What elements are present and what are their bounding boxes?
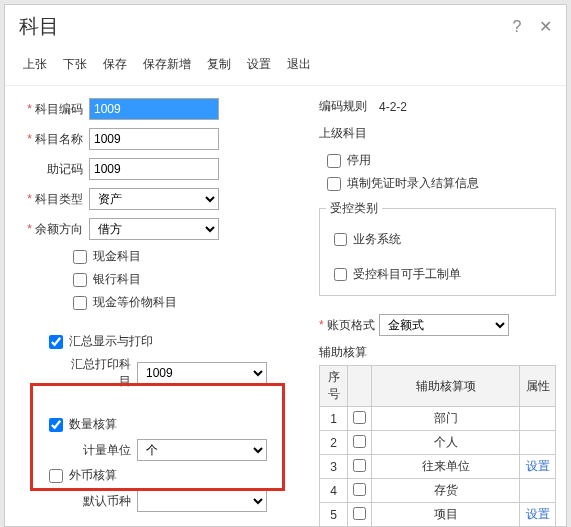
mnemonic-label: 助记码	[19, 161, 89, 178]
summary-subj-label: 汇总打印科目	[63, 356, 137, 390]
name-label: 科目名称	[19, 131, 89, 148]
qty-checkbox[interactable]	[49, 418, 63, 432]
balance-select[interactable]: 借方	[89, 218, 219, 240]
rule-value: 4-2-2	[379, 100, 407, 114]
aux-col-chk	[348, 366, 372, 407]
aux-title: 辅助核算	[319, 344, 556, 361]
disable-label: 停用	[347, 152, 371, 169]
summary-print-checkbox[interactable]	[49, 335, 63, 349]
qty-label: 数量核算	[69, 416, 117, 433]
summary-subj-select[interactable]: 1009	[137, 362, 267, 384]
aux-attr-link[interactable]: 设置	[520, 455, 556, 479]
voucher-info-label: 填制凭证时录入结算信息	[347, 175, 479, 192]
code-input[interactable]	[89, 98, 219, 120]
mnemonic-input[interactable]	[89, 158, 219, 180]
parent-label: 上级科目	[319, 125, 379, 142]
type-select[interactable]: 资产	[89, 188, 219, 210]
aux-item: 个人	[372, 431, 520, 455]
aux-seq: 1	[320, 407, 348, 431]
table-row: 5项目设置	[320, 503, 556, 527]
exit-button[interactable]: 退出	[287, 56, 311, 73]
aux-col-item: 辅助核算项	[372, 366, 520, 407]
unit-select[interactable]: 个	[137, 439, 267, 461]
controlled-legend: 受控类别	[326, 200, 382, 217]
type-label: 科目类型	[19, 191, 89, 208]
table-row: 2个人	[320, 431, 556, 455]
aux-row-checkbox[interactable]	[353, 483, 366, 496]
foreign-checkbox[interactable]	[49, 469, 63, 483]
aux-item: 往来单位	[372, 455, 520, 479]
voucher-info-checkbox[interactable]	[327, 177, 341, 191]
table-row: 3往来单位设置	[320, 455, 556, 479]
page-fmt-select[interactable]: 金额式	[379, 314, 509, 336]
code-label: 科目编码	[19, 101, 89, 118]
close-icon[interactable]: ✕	[536, 18, 554, 36]
cash-label: 现金科目	[93, 248, 141, 265]
next-button[interactable]: 下张	[63, 56, 87, 73]
aux-row-checkbox[interactable]	[353, 435, 366, 448]
controlled-fieldset: 受控类别 业务系统 受控科目可手工制单	[319, 200, 556, 296]
aux-row-checkbox[interactable]	[353, 507, 366, 520]
aux-attr	[520, 479, 556, 503]
bank-checkbox[interactable]	[73, 273, 87, 287]
table-row: 1部门	[320, 407, 556, 431]
name-input[interactable]	[89, 128, 219, 150]
aux-row-checkbox[interactable]	[353, 459, 366, 472]
manual-voucher-checkbox[interactable]	[334, 268, 347, 281]
aux-seq: 4	[320, 479, 348, 503]
aux-col-seq: 序号	[320, 366, 348, 407]
rule-label: 编码规则	[319, 98, 379, 115]
equiv-label: 现金等价物科目	[93, 294, 177, 311]
manual-voucher-label: 受控科目可手工制单	[353, 266, 461, 283]
foreign-label: 外币核算	[69, 467, 117, 484]
aux-seq: 3	[320, 455, 348, 479]
aux-attr	[520, 431, 556, 455]
aux-row-checkbox[interactable]	[353, 411, 366, 424]
dialog-title: 科目	[19, 13, 59, 40]
cash-checkbox[interactable]	[73, 250, 87, 264]
aux-attr-link[interactable]: 设置	[520, 503, 556, 527]
table-row: 4存货	[320, 479, 556, 503]
toolbar: 上张 下张 保存 保存新增 复制 设置 退出	[5, 46, 566, 86]
save-button[interactable]: 保存	[103, 56, 127, 73]
aux-item: 部门	[372, 407, 520, 431]
equiv-checkbox[interactable]	[73, 296, 87, 310]
page-fmt-label: 账页格式	[319, 317, 379, 334]
aux-table: 序号 辅助核算项 属性 1部门2个人3往来单位设置4存货5项目设置	[319, 365, 556, 527]
disable-checkbox[interactable]	[327, 154, 341, 168]
aux-attr	[520, 407, 556, 431]
aux-item: 存货	[372, 479, 520, 503]
copy-button[interactable]: 复制	[207, 56, 231, 73]
bank-label: 银行科目	[93, 271, 141, 288]
aux-item: 项目	[372, 503, 520, 527]
prev-button[interactable]: 上张	[23, 56, 47, 73]
unit-label: 计量单位	[63, 442, 137, 459]
aux-seq: 5	[320, 503, 348, 527]
balance-label: 余额方向	[19, 221, 89, 238]
default-currency-label: 默认币种	[63, 493, 137, 510]
biz-system-checkbox[interactable]	[334, 233, 347, 246]
save-new-button[interactable]: 保存新增	[143, 56, 191, 73]
help-icon[interactable]: ?	[508, 18, 526, 36]
aux-seq: 2	[320, 431, 348, 455]
default-currency-select[interactable]	[137, 490, 267, 512]
summary-print-label: 汇总显示与打印	[69, 333, 153, 350]
biz-system-label: 业务系统	[353, 231, 401, 248]
settings-button[interactable]: 设置	[247, 56, 271, 73]
aux-col-attr: 属性	[520, 366, 556, 407]
